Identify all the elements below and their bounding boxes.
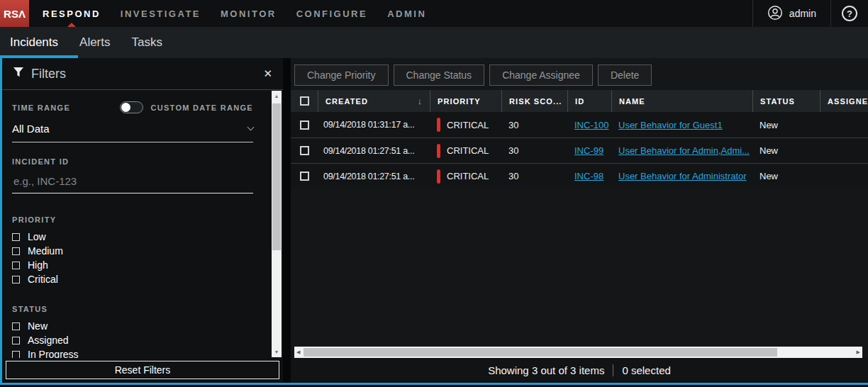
scroll-down-icon[interactable]: ▼ [272,349,282,354]
select-all-checkbox[interactable] [300,96,309,106]
checkbox[interactable] [12,351,20,359]
filters-vertical-scrollbar[interactable]: ▲ ▼ [272,91,282,357]
primary-nav: RESPOND INVESTIGATE MONITOR CONFIGURE AD… [33,0,436,27]
tab-alerts[interactable]: Alerts [79,35,110,50]
row-checkbox[interactable] [300,120,309,130]
chevron-down-icon [247,124,255,131]
priority-option-low[interactable]: Low [12,230,253,243]
status-option-in-progress[interactable]: In Progress [12,348,253,358]
checkbox[interactable] [12,337,20,344]
tab-tasks[interactable]: Tasks [132,35,162,50]
tab-incidents[interactable]: Incidents [10,35,58,50]
scroll-left-icon[interactable]: ◀ [294,347,302,358]
row-checkbox[interactable] [300,146,309,155]
help-icon[interactable]: ? [842,6,857,21]
nav-item-respond[interactable]: RESPOND [33,0,111,27]
scroll-up-icon[interactable]: ▲ [272,94,282,99]
column-header-priority[interactable]: PRIORITY [430,90,501,112]
cell-assignee [820,164,868,189]
cell-priority: CRITICAL [430,138,501,163]
time-range-value: All Data [12,123,50,135]
cell-risk-score: 30 [501,138,567,163]
table-horizontal-scrollbar[interactable]: ◀ ▶ [294,347,862,358]
incident-id-section: INCIDENT ID [12,155,253,194]
column-header-created[interactable]: CREATED ↓ [318,90,430,112]
scroll-right-icon[interactable]: ▶ [855,347,862,358]
cell-priority: CRITICAL [430,112,501,138]
column-header-status[interactable]: STATUS [752,90,820,112]
top-nav-right: admin ? [752,0,868,27]
footer-divider [613,364,613,376]
time-range-label: TIME RANGE [12,103,70,112]
time-range-row: TIME RANGE CUSTOM DATE RANGE [12,101,253,113]
checkbox[interactable] [12,247,20,255]
sort-descending-icon: ↓ [417,96,423,106]
incident-id-label: INCIDENT ID [12,157,69,166]
table-row: 09/14/2018 01:27:51 a... CRITICAL 30 INC… [291,138,868,163]
nav-item-investigate[interactable]: INVESTIGATE [111,0,211,27]
user-icon [767,5,783,23]
cell-created: 09/14/2018 01:27:51 a... [318,138,430,163]
table-footer: Showing 3 out of 3 items 0 selected [291,358,868,383]
respond-tab-bar: Incidents Alerts Tasks [0,27,868,58]
priority-label: PRIORITY [12,215,56,224]
status-option-assigned[interactable]: Assigned [12,334,253,347]
nav-item-monitor[interactable]: MONITOR [211,0,286,27]
incident-name-link[interactable]: User Behavior for Admin,Admi... [618,145,750,156]
scrollbar-thumb[interactable] [272,103,281,250]
nav-item-admin[interactable]: ADMIN [377,0,436,27]
cell-assignee [820,138,868,163]
change-assignee-button[interactable]: Change Assignee [489,64,593,86]
user-name-label: admin [789,8,816,19]
filter-funnel-icon [13,67,24,80]
priority-option-critical[interactable]: Critical [12,273,253,286]
cell-status: New [752,164,820,189]
cell-created: 09/14/2018 01:31:17 a... [318,112,430,138]
row-checkbox[interactable] [300,172,309,181]
delete-button[interactable]: Delete [598,64,652,86]
custom-date-range-group: CUSTOM DATE RANGE [120,101,253,113]
column-header-risk-score[interactable]: RISK SCO... [501,90,567,112]
nav-item-configure[interactable]: CONFIGURE [286,0,378,27]
checkbox[interactable] [12,322,20,330]
user-menu[interactable]: admin [753,5,830,23]
checkbox[interactable] [12,262,20,269]
filters-header: Filters ✕ [2,58,283,90]
priority-option-high[interactable]: High [12,259,253,271]
top-nav: RSΛ RESPOND INVESTIGATE MONITOR CONFIGUR… [0,0,868,27]
column-header-id[interactable]: ID [567,90,611,112]
checkbox[interactable] [12,233,20,241]
status-label: STATUS [12,305,48,313]
nav-divider [830,0,831,27]
help-glyph: ? [847,9,852,19]
cell-created: 09/14/2018 01:27:51 a... [318,164,430,189]
table-header: CREATED ↓ PRIORITY RISK SCO... ID NAME S… [291,90,868,112]
time-range-select[interactable]: All Data [12,123,253,142]
column-header-name[interactable]: NAME [611,90,752,112]
rsa-logo-text: RSΛ [4,8,26,20]
toggle-knob [121,103,130,112]
incident-id-input[interactable] [12,170,253,194]
incident-name-link[interactable]: User Behavior for Administrator [618,171,747,181]
status-option-new[interactable]: New [12,320,253,332]
incident-id-link[interactable]: INC-98 [574,171,603,181]
column-header-assignee[interactable]: ASSIGNEE [820,90,868,112]
close-filters-icon[interactable]: ✕ [263,67,272,80]
rsa-logo[interactable]: RSΛ [0,0,29,27]
header-checkbox-cell [291,90,318,112]
custom-date-range-toggle[interactable] [120,101,143,113]
incident-id-link[interactable]: INC-99 [574,145,603,156]
priority-option-medium[interactable]: Medium [12,245,253,257]
filters-title: Filters [31,67,66,82]
incident-name-link[interactable]: User Behavior for Guest1 [618,120,723,130]
checkbox[interactable] [12,276,20,284]
scrollbar-thumb[interactable] [304,348,777,357]
change-priority-button[interactable]: Change Priority [294,64,389,86]
reset-filters-button[interactable]: Reset Filters [6,361,279,379]
filters-body: TIME RANGE CUSTOM DATE RANGE All Data IN… [2,90,283,358]
table-row: 09/14/2018 01:31:17 a... CRITICAL 30 INC… [291,112,868,138]
change-status-button[interactable]: Change Status [394,64,485,86]
cell-priority: CRITICAL [430,164,501,189]
bottom-accent-bar [0,383,868,385]
incident-id-link[interactable]: INC-100 [574,120,608,130]
